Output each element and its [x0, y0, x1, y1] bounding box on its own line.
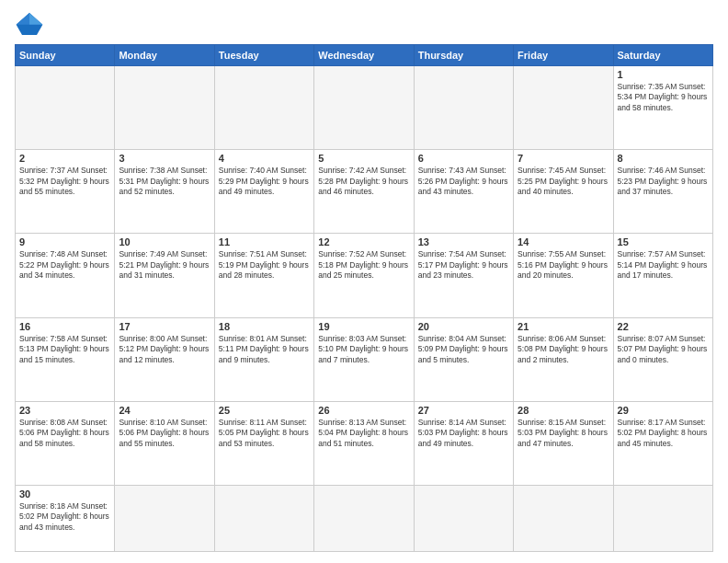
day-info: Sunrise: 7:55 AM Sunset: 5:16 PM Dayligh… — [518, 249, 609, 281]
weekday-header-friday: Friday — [514, 45, 613, 66]
day-info: Sunrise: 8:08 AM Sunset: 5:06 PM Dayligh… — [19, 418, 110, 449]
day-number: 8 — [618, 153, 709, 164]
calendar-cell: 29Sunrise: 8:17 AM Sunset: 5:02 PM Dayli… — [613, 401, 712, 485]
day-number: 19 — [318, 321, 409, 332]
day-number: 4 — [219, 153, 310, 164]
day-info: Sunrise: 8:13 AM Sunset: 5:04 PM Dayligh… — [318, 418, 409, 449]
day-info: Sunrise: 8:06 AM Sunset: 5:08 PM Dayligh… — [518, 334, 609, 365]
day-info: Sunrise: 7:45 AM Sunset: 5:25 PM Dayligh… — [518, 166, 609, 197]
day-number: 9 — [19, 236, 110, 247]
calendar-cell: 30Sunrise: 8:18 AM Sunset: 5:02 PM Dayli… — [16, 485, 115, 551]
day-number: 16 — [19, 321, 110, 332]
calendar-cell — [214, 66, 313, 150]
day-info: Sunrise: 7:38 AM Sunset: 5:31 PM Dayligh… — [119, 166, 210, 197]
logo — [15, 11, 48, 37]
day-info: Sunrise: 7:49 AM Sunset: 5:21 PM Dayligh… — [119, 249, 210, 281]
calendar-cell — [314, 66, 414, 150]
svg-marker-2 — [17, 13, 29, 25]
calendar-cell: 26Sunrise: 8:13 AM Sunset: 5:04 PM Dayli… — [314, 401, 414, 485]
calendar-cell — [613, 485, 712, 551]
calendar-week-row: 1Sunrise: 7:35 AM Sunset: 5:34 PM Daylig… — [16, 66, 713, 150]
day-info: Sunrise: 8:10 AM Sunset: 5:06 PM Dayligh… — [119, 418, 210, 449]
weekday-header-thursday: Thursday — [414, 45, 513, 66]
page: SundayMondayTuesdayWednesdayThursdayFrid… — [0, 0, 728, 563]
calendar-cell: 20Sunrise: 8:04 AM Sunset: 5:09 PM Dayli… — [414, 317, 513, 401]
calendar-cell: 27Sunrise: 8:14 AM Sunset: 5:03 PM Dayli… — [414, 401, 513, 485]
calendar-week-row: 30Sunrise: 8:18 AM Sunset: 5:02 PM Dayli… — [16, 485, 713, 551]
day-info: Sunrise: 7:35 AM Sunset: 5:34 PM Dayligh… — [618, 82, 709, 113]
day-number: 21 — [518, 321, 609, 332]
day-number: 24 — [119, 405, 210, 416]
day-info: Sunrise: 7:37 AM Sunset: 5:32 PM Dayligh… — [19, 166, 110, 197]
calendar-cell: 17Sunrise: 8:00 AM Sunset: 5:12 PM Dayli… — [115, 317, 214, 401]
day-info: Sunrise: 7:57 AM Sunset: 5:14 PM Dayligh… — [618, 249, 709, 281]
day-number: 3 — [119, 153, 210, 164]
weekday-header-monday: Monday — [115, 45, 214, 66]
day-info: Sunrise: 8:14 AM Sunset: 5:03 PM Dayligh… — [418, 418, 509, 449]
calendar-cell — [115, 66, 214, 150]
calendar-cell: 2Sunrise: 7:37 AM Sunset: 5:32 PM Daylig… — [16, 150, 115, 234]
day-number: 7 — [518, 153, 609, 164]
day-info: Sunrise: 7:42 AM Sunset: 5:28 PM Dayligh… — [318, 166, 409, 197]
day-info: Sunrise: 8:03 AM Sunset: 5:10 PM Dayligh… — [318, 334, 409, 365]
calendar-cell: 21Sunrise: 8:06 AM Sunset: 5:08 PM Dayli… — [514, 317, 613, 401]
calendar-cell: 4Sunrise: 7:40 AM Sunset: 5:29 PM Daylig… — [214, 150, 313, 234]
svg-marker-1 — [29, 13, 42, 25]
day-number: 22 — [618, 321, 709, 332]
calendar-cell: 11Sunrise: 7:51 AM Sunset: 5:19 PM Dayli… — [214, 234, 313, 317]
day-number: 11 — [219, 236, 310, 247]
day-info: Sunrise: 7:54 AM Sunset: 5:17 PM Dayligh… — [418, 249, 509, 281]
day-number: 13 — [418, 236, 509, 247]
day-number: 26 — [318, 405, 409, 416]
day-number: 28 — [518, 405, 609, 416]
weekday-header-saturday: Saturday — [613, 45, 712, 66]
calendar-cell: 10Sunrise: 7:49 AM Sunset: 5:21 PM Dayli… — [115, 234, 214, 317]
day-number: 1 — [618, 69, 709, 80]
day-number: 23 — [19, 405, 110, 416]
calendar-week-row: 16Sunrise: 7:58 AM Sunset: 5:13 PM Dayli… — [16, 317, 713, 401]
calendar-cell: 13Sunrise: 7:54 AM Sunset: 5:17 PM Dayli… — [414, 234, 513, 317]
header — [15, 11, 713, 37]
day-number: 18 — [219, 321, 310, 332]
day-info: Sunrise: 8:01 AM Sunset: 5:11 PM Dayligh… — [219, 334, 310, 365]
calendar-cell: 18Sunrise: 8:01 AM Sunset: 5:11 PM Dayli… — [214, 317, 313, 401]
calendar-cell: 3Sunrise: 7:38 AM Sunset: 5:31 PM Daylig… — [115, 150, 214, 234]
day-info: Sunrise: 7:40 AM Sunset: 5:29 PM Dayligh… — [219, 166, 310, 197]
day-number: 17 — [119, 321, 210, 332]
day-number: 29 — [618, 405, 709, 416]
day-info: Sunrise: 7:46 AM Sunset: 5:23 PM Dayligh… — [618, 166, 709, 197]
calendar-week-row: 9Sunrise: 7:48 AM Sunset: 5:22 PM Daylig… — [16, 234, 713, 317]
calendar-cell — [414, 66, 513, 150]
day-number: 6 — [418, 153, 509, 164]
day-number: 25 — [219, 405, 310, 416]
weekday-header-tuesday: Tuesday — [214, 45, 313, 66]
day-info: Sunrise: 8:04 AM Sunset: 5:09 PM Dayligh… — [418, 334, 509, 365]
day-number: 27 — [418, 405, 509, 416]
calendar-cell: 16Sunrise: 7:58 AM Sunset: 5:13 PM Dayli… — [16, 317, 115, 401]
day-number: 5 — [318, 153, 409, 164]
day-info: Sunrise: 7:43 AM Sunset: 5:26 PM Dayligh… — [418, 166, 509, 197]
calendar-cell: 5Sunrise: 7:42 AM Sunset: 5:28 PM Daylig… — [314, 150, 414, 234]
calendar-cell — [115, 485, 214, 551]
day-number: 14 — [518, 236, 609, 247]
calendar-table: SundayMondayTuesdayWednesdayThursdayFrid… — [15, 44, 713, 552]
weekday-header-wednesday: Wednesday — [314, 45, 414, 66]
day-number: 30 — [19, 488, 110, 500]
day-info: Sunrise: 8:00 AM Sunset: 5:12 PM Dayligh… — [119, 334, 210, 365]
day-info: Sunrise: 8:11 AM Sunset: 5:05 PM Dayligh… — [219, 418, 310, 449]
day-info: Sunrise: 7:51 AM Sunset: 5:19 PM Dayligh… — [219, 249, 310, 281]
day-number: 10 — [119, 236, 210, 247]
calendar-cell — [414, 485, 513, 551]
weekday-header-sunday: Sunday — [16, 45, 115, 66]
calendar-week-row: 2Sunrise: 7:37 AM Sunset: 5:32 PM Daylig… — [16, 150, 713, 234]
calendar-cell: 22Sunrise: 8:07 AM Sunset: 5:07 PM Dayli… — [613, 317, 712, 401]
calendar-cell: 28Sunrise: 8:15 AM Sunset: 5:03 PM Dayli… — [514, 401, 613, 485]
day-info: Sunrise: 7:58 AM Sunset: 5:13 PM Dayligh… — [19, 334, 110, 365]
day-info: Sunrise: 8:18 AM Sunset: 5:02 PM Dayligh… — [19, 501, 110, 533]
calendar-cell — [314, 485, 414, 551]
day-number: 12 — [318, 236, 409, 247]
calendar-cell: 12Sunrise: 7:52 AM Sunset: 5:18 PM Dayli… — [314, 234, 414, 317]
calendar-cell: 25Sunrise: 8:11 AM Sunset: 5:05 PM Dayli… — [214, 401, 313, 485]
calendar-cell: 7Sunrise: 7:45 AM Sunset: 5:25 PM Daylig… — [514, 150, 613, 234]
day-info: Sunrise: 8:15 AM Sunset: 5:03 PM Dayligh… — [518, 418, 609, 449]
